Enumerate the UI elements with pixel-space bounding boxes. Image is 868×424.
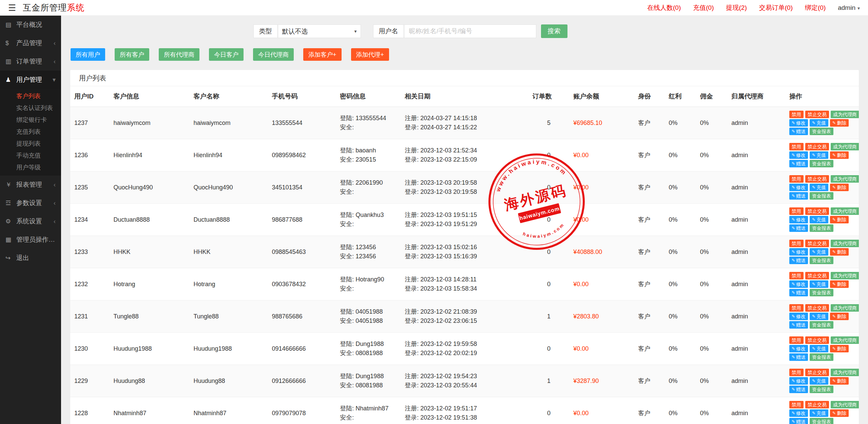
recharge-button[interactable]: ✎充值 xyxy=(810,216,828,223)
header-link[interactable]: 在线人数(0) xyxy=(647,3,681,12)
delete-button[interactable]: ✎删除 xyxy=(830,409,849,417)
add-customer-button[interactable]: 添加客户+ xyxy=(303,48,342,61)
today-agents-button[interactable]: 今日代理商 xyxy=(253,48,294,61)
delete-button[interactable]: ✎删除 xyxy=(830,377,849,385)
ban-trade-button[interactable]: 禁止交易 xyxy=(805,304,829,312)
ban-trade-button[interactable]: 禁止交易 xyxy=(805,207,829,215)
gift-button[interactable]: ✎赠送 xyxy=(789,418,808,424)
edit-button[interactable]: ✎修改 xyxy=(789,151,808,159)
become-agent-button[interactable]: 成为代理商 xyxy=(831,336,859,344)
disable-button[interactable]: 禁用 xyxy=(789,143,804,150)
edit-button[interactable]: ✎修改 xyxy=(789,280,808,288)
type-select[interactable]: 默认不选 xyxy=(278,24,361,38)
fund-report-button[interactable]: 资金报表 xyxy=(810,386,833,393)
delete-button[interactable]: ✎删除 xyxy=(830,216,849,223)
all-customers-button[interactable]: 所有客户 xyxy=(115,48,149,61)
delete-button[interactable]: ✎删除 xyxy=(830,119,849,127)
search-button[interactable]: 搜索 xyxy=(541,24,567,38)
ban-trade-button[interactable]: 禁止交易 xyxy=(805,336,829,344)
sidebar-subitem[interactable]: 提现列表 xyxy=(0,138,61,150)
header-link[interactable]: 交易订单(0) xyxy=(759,3,793,12)
edit-button[interactable]: ✎修改 xyxy=(789,409,808,417)
username-input[interactable] xyxy=(404,24,536,38)
become-agent-button[interactable]: 成为代理商 xyxy=(831,207,859,215)
gift-button[interactable]: ✎赠送 xyxy=(789,353,808,361)
disable-button[interactable]: 禁用 xyxy=(789,304,804,312)
become-agent-button[interactable]: 成为代理商 xyxy=(831,304,859,312)
ban-trade-button[interactable]: 禁止交易 xyxy=(805,401,829,408)
delete-button[interactable]: ✎删除 xyxy=(830,248,849,256)
sidebar-subitem[interactable]: 用户等级 xyxy=(0,162,61,173)
recharge-button[interactable]: ✎充值 xyxy=(810,377,828,385)
recharge-button[interactable]: ✎充值 xyxy=(810,409,828,417)
gift-button[interactable]: ✎赠送 xyxy=(789,257,808,264)
ban-trade-button[interactable]: 禁止交易 xyxy=(805,111,829,118)
fund-report-button[interactable]: 资金报表 xyxy=(810,224,833,232)
gift-button[interactable]: ✎赠送 xyxy=(789,160,808,167)
header-link[interactable]: 绑定(0) xyxy=(805,3,826,12)
ban-trade-button[interactable]: 禁止交易 xyxy=(805,175,829,183)
recharge-button[interactable]: ✎充值 xyxy=(810,313,828,320)
sidebar-item-reports[interactable]: ￥报表管理‹ xyxy=(0,176,61,194)
fund-report-button[interactable]: 资金报表 xyxy=(810,289,833,296)
sidebar-item-params[interactable]: ☲参数设置‹ xyxy=(0,194,61,212)
edit-button[interactable]: ✎修改 xyxy=(789,248,808,256)
gift-button[interactable]: ✎赠送 xyxy=(789,289,808,296)
disable-button[interactable]: 禁用 xyxy=(789,272,804,279)
sidebar-item-logout[interactable]: ↪退出 xyxy=(0,249,61,267)
gift-button[interactable]: ✎赠送 xyxy=(789,128,808,135)
become-agent-button[interactable]: 成为代理商 xyxy=(831,401,859,408)
disable-button[interactable]: 禁用 xyxy=(789,240,804,247)
disable-button[interactable]: 禁用 xyxy=(789,336,804,344)
recharge-button[interactable]: ✎充值 xyxy=(810,280,828,288)
become-agent-button[interactable]: 成为代理商 xyxy=(831,175,859,183)
recharge-button[interactable]: ✎充值 xyxy=(810,151,828,159)
edit-button[interactable]: ✎修改 xyxy=(789,345,808,352)
fund-report-button[interactable]: 资金报表 xyxy=(810,257,833,264)
ban-trade-button[interactable]: 禁止交易 xyxy=(805,369,829,376)
sidebar-item-products[interactable]: $产品管理‹ xyxy=(0,34,61,52)
all-users-button[interactable]: 所有用户 xyxy=(71,48,105,61)
gift-button[interactable]: ✎赠送 xyxy=(789,224,808,232)
fund-report-button[interactable]: 资金报表 xyxy=(810,353,833,361)
fund-report-button[interactable]: 资金报表 xyxy=(810,418,833,424)
become-agent-button[interactable]: 成为代理商 xyxy=(831,240,859,247)
edit-button[interactable]: ✎修改 xyxy=(789,216,808,223)
recharge-button[interactable]: ✎充值 xyxy=(810,248,828,256)
delete-button[interactable]: ✎删除 xyxy=(830,184,849,191)
delete-button[interactable]: ✎删除 xyxy=(830,345,849,352)
header-link[interactable]: 提现(2) xyxy=(726,3,747,12)
disable-button[interactable]: 禁用 xyxy=(789,175,804,183)
sidebar-subitem[interactable]: 手动充值 xyxy=(0,150,61,162)
sidebar-item-admin-log[interactable]: ▦管理员操作日志 xyxy=(0,231,61,249)
become-agent-button[interactable]: 成为代理商 xyxy=(831,369,859,376)
edit-button[interactable]: ✎修改 xyxy=(789,377,808,385)
recharge-button[interactable]: ✎充值 xyxy=(810,119,828,127)
ban-trade-button[interactable]: 禁止交易 xyxy=(805,272,829,279)
edit-button[interactable]: ✎修改 xyxy=(789,119,808,127)
gift-button[interactable]: ✎赠送 xyxy=(789,192,808,200)
ban-trade-button[interactable]: 禁止交易 xyxy=(805,240,829,247)
become-agent-button[interactable]: 成为代理商 xyxy=(831,143,859,150)
fund-report-button[interactable]: 资金报表 xyxy=(810,321,833,329)
disable-button[interactable]: 禁用 xyxy=(789,401,804,408)
sidebar-subitem[interactable]: 实名认证列表 xyxy=(0,102,61,114)
delete-button[interactable]: ✎删除 xyxy=(830,280,849,288)
gift-button[interactable]: ✎赠送 xyxy=(789,386,808,393)
edit-button[interactable]: ✎修改 xyxy=(789,313,808,320)
become-agent-button[interactable]: 成为代理商 xyxy=(831,111,859,118)
sidebar-subitem[interactable]: 客户列表 xyxy=(0,90,61,102)
fund-report-button[interactable]: 资金报表 xyxy=(810,160,833,167)
sidebar-item-users[interactable]: ♟用户管理▾ xyxy=(0,71,61,89)
sidebar-item-orders[interactable]: ▥订单管理‹ xyxy=(0,52,61,71)
fund-report-button[interactable]: 资金报表 xyxy=(810,128,833,135)
ban-trade-button[interactable]: 禁止交易 xyxy=(805,143,829,150)
recharge-button[interactable]: ✎充值 xyxy=(810,184,828,191)
add-agent-button[interactable]: 添加代理+ xyxy=(351,48,389,61)
gift-button[interactable]: ✎赠送 xyxy=(789,321,808,329)
header-link[interactable]: 充值(0) xyxy=(693,3,714,12)
recharge-button[interactable]: ✎充值 xyxy=(810,345,828,352)
sidebar-subitem[interactable]: 充值列表 xyxy=(0,126,61,138)
sidebar-subitem[interactable]: 绑定银行卡 xyxy=(0,114,61,126)
disable-button[interactable]: 禁用 xyxy=(789,207,804,215)
